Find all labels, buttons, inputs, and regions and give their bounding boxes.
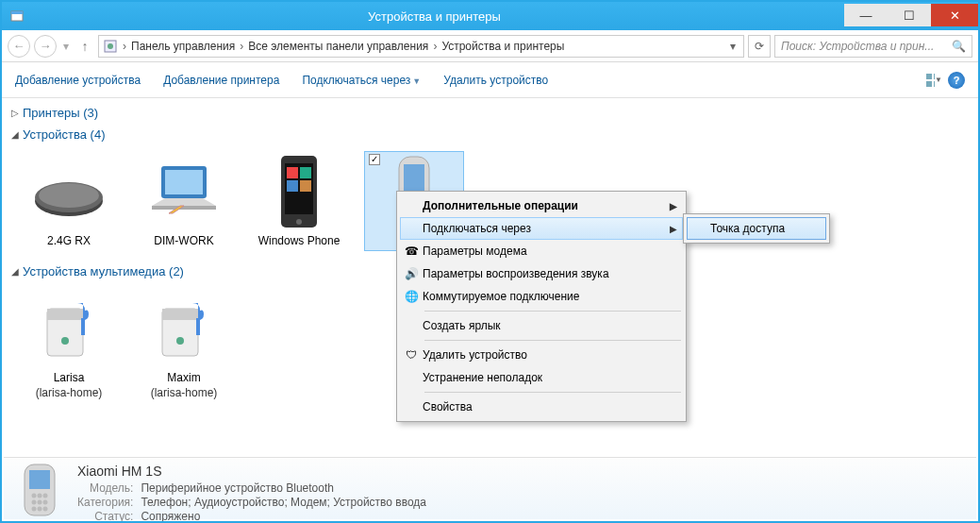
close-button[interactable]: ✕ <box>931 4 978 26</box>
breadcrumb[interactable]: › Панель управления › Все элементы панел… <box>98 35 744 58</box>
menu-item-more-ops[interactable]: Дополнительные операции▶ <box>400 194 683 217</box>
connect-via-button[interactable]: Подключаться через▼ <box>302 74 421 87</box>
menu-separator <box>424 340 681 341</box>
breadcrumb-item[interactable]: Панель управления <box>131 40 235 53</box>
expand-icon: ▷ <box>11 108 23 118</box>
menu-item-remove[interactable]: 🛡 Удалить устройство <box>400 344 683 366</box>
svg-rect-37 <box>81 318 85 335</box>
breadcrumb-sep: › <box>430 40 440 53</box>
group-printers[interactable]: ▷ Принтеры (3) <box>11 102 969 124</box>
device-item[interactable]: Maxim (larisa-home) <box>134 288 234 399</box>
add-device-button[interactable]: Добавление устройства <box>15 74 141 87</box>
menu-item-dialup[interactable]: 🌐 Коммутируемое подключение <box>400 285 683 308</box>
svg-point-47 <box>32 500 37 505</box>
details-key: Категория: <box>77 496 133 509</box>
device-item[interactable]: Larisa (larisa-home) <box>19 288 119 399</box>
svg-rect-6 <box>926 81 932 87</box>
device-item[interactable]: Windows Phone <box>249 151 349 251</box>
details-key: Модель: <box>77 481 133 495</box>
history-dropdown[interactable]: ▾ <box>60 40 72 53</box>
svg-point-3 <box>108 43 113 49</box>
breadcrumb-item[interactable]: Все элементы панели управления <box>248 40 428 53</box>
remove-device-button[interactable]: Удалить устройство <box>443 74 548 87</box>
svg-point-46 <box>43 494 48 498</box>
details-val: Телефон; Аудиоустройство; Модем; Устройс… <box>141 496 426 509</box>
menu-item-connect-via[interactable]: Подключаться через▶ <box>400 217 683 240</box>
menu-separator <box>424 392 681 393</box>
svg-rect-4 <box>926 74 932 79</box>
menu-separator <box>424 311 681 312</box>
menu-item-modem[interactable]: ☎ Параметры модема <box>400 240 683 262</box>
add-printer-button[interactable]: Добавление принтера <box>163 74 279 87</box>
submenu-item-access-point[interactable]: Точка доступа <box>687 217 826 240</box>
svg-point-49 <box>43 500 48 505</box>
svg-point-40 <box>176 337 184 345</box>
svg-rect-19 <box>300 167 311 178</box>
back-button[interactable]: ← <box>8 35 30 58</box>
control-panel-icon <box>103 39 118 54</box>
collapse-icon: ◢ <box>11 266 23 277</box>
breadcrumb-item[interactable]: Устройства и принтеры <box>441 40 564 53</box>
checkbox-icon[interactable]: ✓ <box>369 154 380 165</box>
svg-rect-41 <box>196 318 200 335</box>
details-key: Статус: <box>77 510 133 523</box>
refresh-button[interactable]: ⟳ <box>748 35 771 58</box>
svg-point-52 <box>43 507 48 512</box>
svg-rect-43 <box>29 470 50 489</box>
svg-marker-13 <box>152 198 216 206</box>
context-menu: Дополнительные операции▶ Подключаться че… <box>396 191 687 422</box>
details-pane: Xiaomi HM 1S Модель: Периферийное устрой… <box>4 457 976 519</box>
navbar: ← → ▾ ↑ › Панель управления › Все элемен… <box>2 30 978 62</box>
laptop-icon <box>134 151 234 232</box>
svg-point-45 <box>38 494 42 498</box>
window-title: Устройства и принтеры <box>25 9 844 24</box>
maximize-button[interactable]: ☐ <box>888 4 931 26</box>
shield-icon: 🛡 <box>404 347 419 363</box>
titlebar: Устройства и принтеры — ☐ ✕ <box>2 2 978 30</box>
device-item[interactable]: DIM-WORK <box>134 151 234 251</box>
svg-point-10 <box>39 183 99 208</box>
group-devices[interactable]: ◢ Устройства (4) <box>11 124 969 145</box>
menu-item-sound[interactable]: 🔊 Параметры воспроизведения звука <box>400 262 683 285</box>
up-button[interactable]: ↑ <box>75 39 94 54</box>
svg-rect-1 <box>11 11 23 14</box>
svg-point-51 <box>38 507 42 512</box>
breadcrumb-sep: › <box>237 40 246 53</box>
breadcrumb-dropdown[interactable]: ▾ <box>726 40 739 53</box>
mediaserver-icon <box>134 288 234 369</box>
menu-item-shortcut[interactable]: Создать ярлык <box>400 314 683 337</box>
svg-point-50 <box>32 507 37 512</box>
search-icon: 🔍 <box>952 40 966 53</box>
window-icon <box>9 8 25 24</box>
svg-rect-35 <box>47 309 83 320</box>
svg-rect-24 <box>404 164 424 191</box>
details-val: Сопряжено <box>141 510 426 523</box>
phone-icon <box>13 464 66 516</box>
svg-rect-39 <box>162 309 198 320</box>
svg-rect-20 <box>287 180 298 192</box>
svg-rect-18 <box>287 167 298 178</box>
svg-rect-21 <box>300 180 311 192</box>
search-input[interactable]: Поиск: Устройства и прин... 🔍 <box>774 35 972 58</box>
toolbar: Добавление устройства Добавление принтер… <box>2 62 978 98</box>
details-val: Периферийное устройство Bluetooth <box>141 481 426 495</box>
svg-point-44 <box>32 494 37 498</box>
view-dropdown[interactable]: ▼ <box>925 72 942 89</box>
context-submenu: Точка доступа <box>683 213 830 244</box>
svg-point-22 <box>296 219 302 225</box>
winphone-icon <box>249 151 349 232</box>
mediaserver-icon <box>19 288 119 369</box>
sound-icon: 🔊 <box>404 266 419 281</box>
collapse-icon: ◢ <box>11 129 23 140</box>
help-button[interactable]: ? <box>948 72 965 89</box>
dialup-icon: 🌐 <box>404 289 419 304</box>
minimize-button[interactable]: — <box>844 4 888 26</box>
menu-item-troubleshoot[interactable]: Устранение неполадок <box>400 366 683 389</box>
search-placeholder: Поиск: Устройства и прин... <box>781 40 934 53</box>
details-title: Xiaomi HM 1S <box>77 464 426 479</box>
forward-button[interactable]: → <box>34 35 57 58</box>
svg-rect-12 <box>165 170 203 194</box>
menu-item-properties[interactable]: Свойства <box>400 396 683 418</box>
modem-icon: ☎ <box>404 244 419 259</box>
device-item[interactable]: 2.4G RX <box>19 151 119 251</box>
